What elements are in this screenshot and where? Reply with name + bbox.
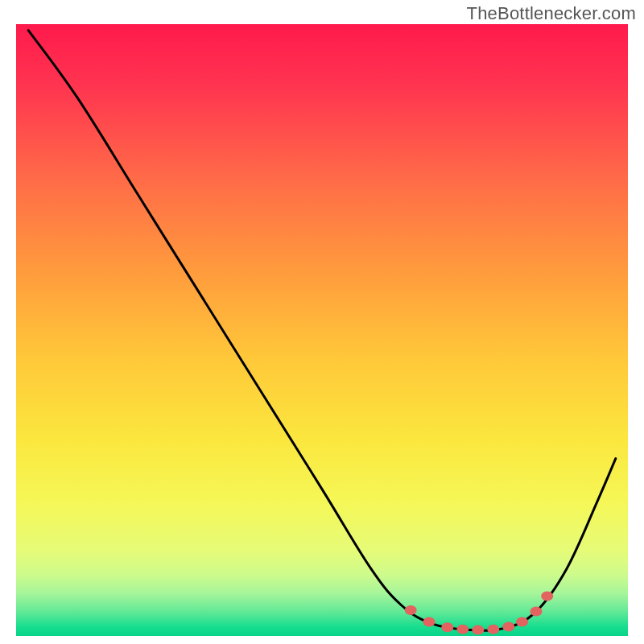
valley-marker [441,622,453,632]
chart-stage: TheBottlenecker.com [0,0,644,644]
plot-background [16,24,628,636]
valley-marker [472,625,484,634]
valley-marker [405,605,417,615]
valley-marker [456,625,469,634]
bottleneck-chart [0,0,644,644]
valley-marker [423,617,436,627]
valley-marker [530,607,543,617]
valley-marker [541,592,553,601]
valley-marker [502,622,514,632]
valley-marker [516,617,528,627]
valley-marker [487,625,499,634]
